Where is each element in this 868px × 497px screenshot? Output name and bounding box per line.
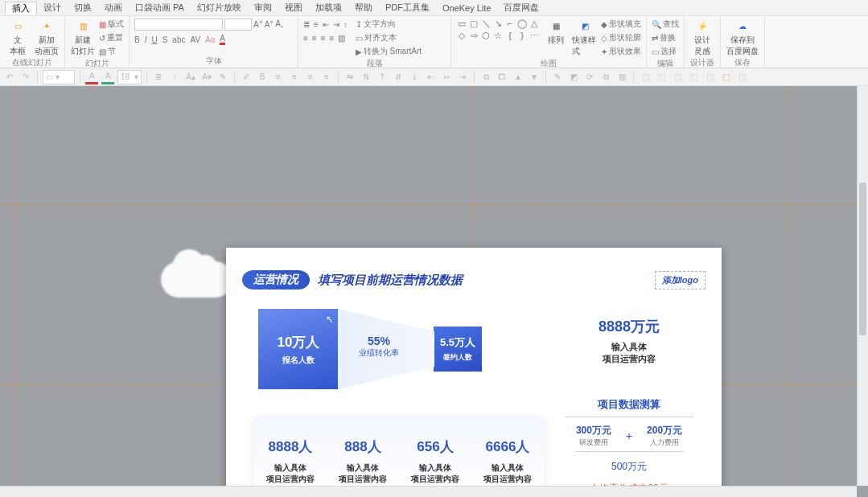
indent-dec-icon[interactable]: ⇤ <box>323 20 329 29</box>
save-baidu-button[interactable]: ☁ 保存到 百度网盘 <box>726 18 759 57</box>
tab-onekey-lite[interactable]: OneKey Lite <box>436 3 498 13</box>
arrange-button[interactable]: ▦ 排列 <box>543 18 569 46</box>
font-grow-icon[interactable]: A▴ <box>184 70 197 84</box>
tab-addins[interactable]: 加载项 <box>309 2 348 14</box>
cost-item-2[interactable]: 200万元 人力费用 <box>636 424 693 448</box>
highlight-icon[interactable]: Aa <box>205 35 215 44</box>
shape-effects-button[interactable]: ✦形状效果 <box>601 45 641 58</box>
horizontal-scrollbar[interactable] <box>0 486 857 497</box>
spacing-icon[interactable]: AV <box>190 35 200 44</box>
font-size-input[interactable] <box>224 18 252 31</box>
align-bot-icon[interactable]: ⤓ <box>408 70 421 84</box>
align-top-icon[interactable]: ⤒ <box>376 70 389 84</box>
smartart-button[interactable]: ▶转换为 SmartArt <box>356 45 422 58</box>
group-icon[interactable]: ⧉ <box>479 70 492 84</box>
funnel-stage-1[interactable]: ↖ 10万人 报名人数 <box>258 309 339 389</box>
align-r-icon[interactable]: ≡ <box>304 70 317 84</box>
align-center-icon[interactable]: ≡ <box>312 34 317 43</box>
tab-design[interactable]: 设计 <box>37 2 68 14</box>
shape-arrowr-icon[interactable]: ⇨ <box>468 30 479 41</box>
tab-animation[interactable]: 动画 <box>98 2 129 14</box>
right-top-metric[interactable]: 8888万元 输入具体 项目运营内容 <box>561 317 697 365</box>
shapes-gallery[interactable]: ▭▢＼↘⌐◯△ ◇⇨⬡☆{}⋯ <box>456 18 540 41</box>
fill-color-quick-icon[interactable]: A <box>101 70 114 84</box>
selection-pane-icon[interactable]: ▥ <box>615 70 628 84</box>
font-size-quick[interactable]: 18▾ <box>117 70 142 84</box>
align-text-button[interactable]: ▭对齐文本 <box>356 31 422 44</box>
bullets-icon[interactable]: ≣ <box>303 20 310 29</box>
textbox-button[interactable]: ▭ 文 本框 <box>5 18 31 57</box>
undo-icon[interactable]: ↶ <box>3 70 16 84</box>
section-badge[interactable]: 运营情况 <box>242 270 310 290</box>
tab-pdf-tools[interactable]: PDF工具集 <box>379 2 436 14</box>
crop-icon[interactable]: ⧉ <box>599 70 612 84</box>
rotate-icon[interactable]: ⟳ <box>583 70 596 84</box>
tab-insert[interactable]: 插入 <box>5 2 37 14</box>
shadow-icon[interactable]: abc <box>172 35 185 44</box>
extra6-icon[interactable]: ⬚ <box>719 70 732 84</box>
section-button[interactable]: ▤节 <box>99 45 124 58</box>
stat-1[interactable]: 8888人 输入具体 项目运营内容 <box>266 437 315 485</box>
tab-help[interactable]: 帮助 <box>348 2 379 14</box>
shape-tri-icon[interactable]: △ <box>529 18 540 29</box>
underline-icon[interactable]: U <box>151 35 157 44</box>
shape-arrow-icon[interactable]: ↘ <box>492 18 504 29</box>
slide-title[interactable]: 填写项目前期运营情况数据 <box>318 273 463 288</box>
font-color-quick-icon[interactable]: A <box>85 70 98 84</box>
shape-more-icon[interactable]: ⋯ <box>529 30 540 41</box>
align-mid-icon[interactable]: ⇵ <box>392 70 405 84</box>
shape-fx-icon[interactable]: ◩ <box>567 70 580 84</box>
clear-format-icon[interactable]: Aꞈ <box>275 19 283 29</box>
stats-card[interactable]: 8888人 输入具体 项目运营内容 888人 输入具体 项目运营内容 656人 … <box>254 417 544 497</box>
ungroup-icon[interactable]: ⧠ <box>496 70 508 84</box>
align-j-icon[interactable]: ≡ <box>320 70 333 84</box>
redo-icon[interactable]: ↷ <box>19 70 32 84</box>
shape-fill-button[interactable]: ◆形状填充 <box>601 18 641 31</box>
line-spacing-icon[interactable]: ↕ <box>343 20 348 29</box>
logo-placeholder[interactable]: 添加logo <box>655 271 706 290</box>
extra1-icon[interactable]: ⬚ <box>639 70 652 84</box>
shape-line-icon[interactable]: ＼ <box>480 18 492 29</box>
shape-brace-icon[interactable]: { <box>504 30 516 41</box>
shape-star-icon[interactable]: ☆ <box>492 30 504 41</box>
linespace-quick-icon[interactable]: ↕ <box>168 70 181 84</box>
align-right2-icon[interactable]: ⇥ <box>456 70 469 84</box>
replace-button[interactable]: ⇄替换 <box>652 31 679 44</box>
highlight-quick-icon[interactable]: ✎ <box>216 70 229 84</box>
bring-front-icon[interactable]: ▲ <box>512 70 525 84</box>
increase-font-icon[interactable]: A˄ <box>253 20 263 29</box>
numbering-icon[interactable]: ≡ <box>314 20 319 29</box>
tab-pocket-anim[interactable]: 口袋动画 PA <box>129 2 191 14</box>
shape-hex-icon[interactable]: ⬡ <box>480 30 492 41</box>
slide-canvas[interactable]: 运营情况 填写项目前期运营情况数据 添加logo ↖ 10万人 报名人数 5.5… <box>226 248 722 497</box>
font-name-input[interactable] <box>134 18 223 31</box>
find-button[interactable]: 🔍查找 <box>652 18 679 31</box>
shape-rect-icon[interactable]: ▭ <box>456 18 467 29</box>
extra7-icon[interactable]: ⬚ <box>735 70 748 84</box>
send-back-icon[interactable]: ▼ <box>528 70 541 84</box>
font-color-icon[interactable]: A <box>220 34 225 45</box>
tab-review[interactable]: 审阅 <box>248 2 278 14</box>
bold-quick-icon[interactable]: B <box>256 70 269 84</box>
eyedropper-icon[interactable]: ✎ <box>551 70 564 84</box>
format-painter-icon[interactable]: ✐ <box>240 70 253 84</box>
quick-style-button[interactable]: ◩ 快速样式 <box>572 18 598 57</box>
align-l-icon[interactable]: ≡ <box>272 70 285 84</box>
stat-2[interactable]: 888人 输入具体 项目运营内容 <box>339 437 387 485</box>
shape-rrect-icon[interactable]: ▢ <box>468 18 479 29</box>
font-shrink-icon[interactable]: A▾ <box>200 70 213 84</box>
shape-oval-icon[interactable]: ◯ <box>516 18 528 29</box>
tab-baidu-disk[interactable]: 百度网盘 <box>497 2 545 14</box>
dist-v-icon[interactable]: ⇅ <box>360 70 372 84</box>
stat-3[interactable]: 656人 输入具体 项目运营内容 <box>411 437 459 485</box>
strike-icon[interactable]: S <box>162 35 168 44</box>
bullets-quick-icon[interactable]: ≣ <box>152 70 165 84</box>
columns-icon[interactable]: ▥ <box>338 34 345 43</box>
bold-icon[interactable]: B <box>134 35 140 44</box>
vertical-scroll-thumb[interactable] <box>859 183 866 335</box>
indent-inc-icon[interactable]: ⇥ <box>333 20 339 29</box>
funnel-mid[interactable]: 55% 业绩转化率 <box>347 335 411 359</box>
slide-editor[interactable]: 运营情况 填写项目前期运营情况数据 添加logo ↖ 10万人 报名人数 5.5… <box>0 86 868 497</box>
right-column[interactable]: 8888万元 输入具体 项目运营内容 项目数据测算 300万元 研发费用 + 2… <box>561 317 697 495</box>
shape-brace2-icon[interactable]: } <box>516 30 528 41</box>
